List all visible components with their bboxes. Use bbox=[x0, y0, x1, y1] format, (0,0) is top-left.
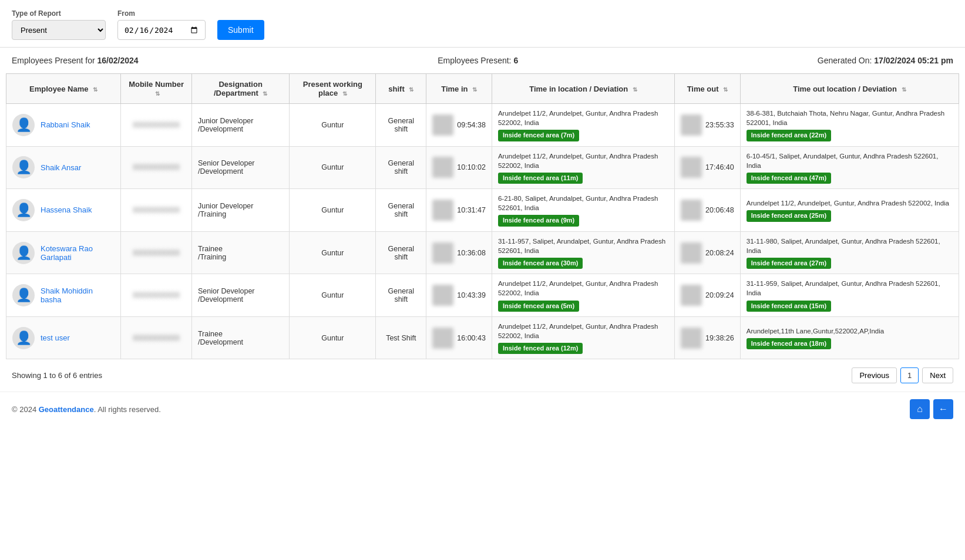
table-row: 👤 Hassena Shaik XXXXXXXXXXJunior Develop… bbox=[6, 189, 959, 232]
time-in: 10:31:47 bbox=[426, 189, 492, 232]
employee-name-link[interactable]: Koteswara Rao Garlapati bbox=[41, 244, 115, 262]
table-row: 👤 Shaik Ansar XXXXXXXXXXSenior Developer… bbox=[6, 146, 959, 189]
time-out-value: 20:09:24 bbox=[705, 291, 734, 299]
time-in-address: Arundelpet 11/2, Arundelpet, Guntur, And… bbox=[498, 279, 668, 298]
time-in-badge: Inside fenced area (5m) bbox=[498, 301, 579, 312]
time-out-value: 20:06:48 bbox=[705, 206, 734, 214]
time-out-badge: Inside fenced area (18m) bbox=[747, 338, 831, 349]
working-place: Guntur bbox=[290, 316, 376, 359]
from-date-input[interactable] bbox=[117, 20, 206, 40]
avatar: 👤 bbox=[12, 327, 35, 349]
user-icon: 👤 bbox=[16, 160, 32, 175]
time-out-value: 17:46:40 bbox=[705, 163, 734, 171]
info-bar: Employees Present for 16/02/2024 Employe… bbox=[0, 48, 965, 73]
time-out-badge: Inside fenced area (15m) bbox=[747, 301, 831, 312]
back-button[interactable]: ← bbox=[933, 399, 953, 419]
employee-name-link[interactable]: test user bbox=[41, 333, 70, 342]
mobile-number: XXXXXXXXXX bbox=[133, 249, 180, 257]
time-out-location: 31-11-980, Salipet, Arundalpet, Guntur, … bbox=[740, 231, 959, 274]
mobile-number: XXXXXXXXXX bbox=[133, 291, 180, 299]
time-in-photo bbox=[432, 328, 453, 349]
designation-dept: Trainee /Development bbox=[191, 316, 289, 359]
employee-name-link[interactable]: Shaik Ansar bbox=[41, 163, 81, 172]
employee-name-link[interactable]: Shaik Mohiddin basha bbox=[41, 286, 115, 304]
time-in: 10:10:02 bbox=[426, 146, 492, 189]
time-in: 09:54:38 bbox=[426, 104, 492, 147]
time-in-location: 31-11-957, Salipet, Arundalpet, Guntur, … bbox=[492, 231, 674, 274]
time-in-address: 31-11-957, Salipet, Arundalpet, Guntur, … bbox=[498, 237, 668, 255]
time-out-address: 31-11-959, Salipet, Arundalpet, Guntur, … bbox=[747, 279, 953, 298]
time-out-photo bbox=[681, 285, 702, 306]
table-row: 👤 test user XXXXXXXXXXTrainee /Developme… bbox=[6, 316, 959, 359]
generated-on: Generated On: 17/02/2024 05:21 pm bbox=[818, 56, 953, 65]
time-out: 19:38:26 bbox=[675, 316, 741, 359]
col-designation: Designation /Department ⇅ bbox=[191, 74, 289, 104]
pagination-controls: Previous 1 Next bbox=[852, 367, 953, 383]
shift: General shift bbox=[376, 231, 426, 274]
working-place: Guntur bbox=[290, 189, 376, 232]
previous-button[interactable]: Previous bbox=[852, 367, 897, 383]
user-icon: 👤 bbox=[16, 203, 32, 218]
showing-entries: Showing 1 to 6 of 6 entries bbox=[12, 371, 102, 380]
from-date-group: From bbox=[117, 9, 206, 40]
pagination-bar: Showing 1 to 6 of 6 entries Previous 1 N… bbox=[0, 359, 965, 392]
report-table: Employee Name ⇅ Mobile Number ⇅ Designat… bbox=[6, 73, 959, 359]
time-out-location: Arundelpet,11th Lane,Guntur,522002,AP,In… bbox=[740, 316, 959, 359]
page-number: 1 bbox=[900, 367, 919, 383]
table-row: 👤 Shaik Mohiddin basha XXXXXXXXXXSenior … bbox=[6, 274, 959, 317]
time-in-photo bbox=[432, 157, 453, 178]
col-shift: shift ⇅ bbox=[376, 74, 426, 104]
avatar: 👤 bbox=[12, 156, 35, 178]
time-out-photo bbox=[681, 157, 702, 178]
time-out-value: 23:55:33 bbox=[705, 121, 734, 129]
submit-button[interactable]: Submit bbox=[217, 20, 264, 40]
time-out-photo bbox=[681, 328, 702, 349]
time-in-value: 10:36:08 bbox=[457, 249, 486, 257]
user-icon: 👤 bbox=[16, 330, 32, 346]
employee-name-link[interactable]: Hassena Shaik bbox=[41, 205, 92, 214]
time-out: 20:06:48 bbox=[675, 189, 741, 232]
time-out-location: 31-11-959, Salipet, Arundalpet, Guntur, … bbox=[740, 274, 959, 317]
working-place: Guntur bbox=[290, 146, 376, 189]
mobile-number: XXXXXXXXXX bbox=[133, 206, 180, 214]
time-out-address: 31-11-980, Salipet, Arundalpet, Guntur, … bbox=[747, 237, 953, 255]
time-out-photo bbox=[681, 114, 702, 136]
employee-name-link[interactable]: Rabbani Shaik bbox=[41, 120, 90, 129]
user-icon: 👤 bbox=[16, 288, 32, 303]
next-button[interactable]: Next bbox=[922, 367, 953, 383]
footer-icons: ⌂ ← bbox=[910, 399, 953, 419]
home-button[interactable]: ⌂ bbox=[910, 399, 930, 419]
time-out-address: 6-10-45/1, Salipet, Arundalpet, Guntur, … bbox=[747, 151, 953, 170]
report-type-select[interactable]: Present Absent Late bbox=[12, 20, 106, 40]
time-in: 10:36:08 bbox=[426, 231, 492, 274]
time-in-value: 10:31:47 bbox=[457, 206, 486, 214]
shift: General shift bbox=[376, 146, 426, 189]
table-row: 👤 Rabbani Shaik XXXXXXXXXXJunior Develop… bbox=[6, 104, 959, 147]
time-out-photo bbox=[681, 200, 702, 221]
time-out: 17:46:40 bbox=[675, 146, 741, 189]
time-out-address: Arundelpet,11th Lane,Guntur,522002,AP,In… bbox=[747, 326, 953, 336]
user-icon: 👤 bbox=[16, 117, 32, 133]
time-in-value: 10:10:02 bbox=[457, 163, 486, 171]
time-out-badge: Inside fenced area (47m) bbox=[747, 173, 831, 184]
working-place: Guntur bbox=[290, 274, 376, 317]
avatar: 👤 bbox=[12, 284, 35, 306]
time-in-badge: Inside fenced area (11m) bbox=[498, 173, 583, 184]
shift: General shift bbox=[376, 189, 426, 232]
time-in-photo bbox=[432, 242, 453, 264]
time-in-value: 16:00:43 bbox=[457, 334, 486, 342]
col-place: Present working place ⇅ bbox=[290, 74, 376, 104]
from-date-label: From bbox=[117, 9, 206, 18]
designation-dept: Junior Developer /Development bbox=[191, 104, 289, 147]
time-out-photo bbox=[681, 242, 702, 264]
time-in: 10:43:39 bbox=[426, 274, 492, 317]
col-time-in-location: Time in location / Deviation ⇅ bbox=[492, 74, 674, 104]
top-bar: Type of Report Present Absent Late From … bbox=[0, 0, 965, 48]
time-in-badge: Inside fenced area (30m) bbox=[498, 258, 583, 269]
time-out-badge: Inside fenced area (22m) bbox=[747, 130, 831, 141]
time-out-address: 38-6-381, Butchaiah Thota, Nehru Nagar, … bbox=[747, 109, 953, 127]
col-mobile: Mobile Number ⇅ bbox=[121, 74, 192, 104]
avatar: 👤 bbox=[12, 199, 35, 221]
footer-text: © 2024 Geoattendance. All rights reserve… bbox=[12, 405, 161, 414]
mobile-number: XXXXXXXXXX bbox=[133, 121, 180, 129]
